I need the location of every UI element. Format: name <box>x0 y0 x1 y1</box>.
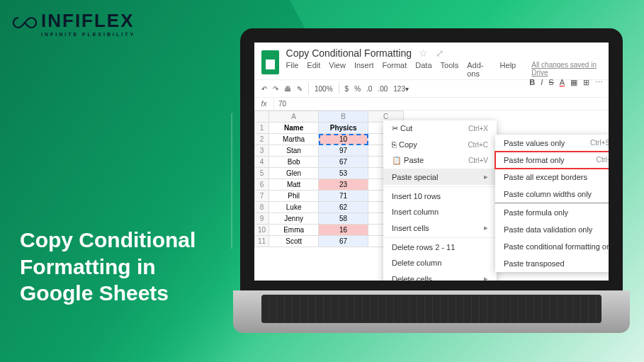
bold-button[interactable]: B <box>529 78 535 87</box>
corner-cell[interactable] <box>255 111 269 123</box>
ctx-paste-special[interactable]: Paste special▸ <box>383 169 497 185</box>
italic-button[interactable]: I <box>541 78 543 87</box>
sub-paste-conditional[interactable]: Paste conditional formatting only <box>495 238 609 255</box>
row-10[interactable]: 10 <box>255 225 269 236</box>
ctx-delete-cells[interactable]: Delete cells▸ <box>383 271 497 281</box>
menu-data[interactable]: Data <box>415 61 431 78</box>
header-name[interactable]: Name <box>269 123 319 134</box>
cell-phys[interactable]: 16 <box>319 225 368 236</box>
menu-tools[interactable]: Tools <box>441 61 459 78</box>
menu-file[interactable]: File <box>286 61 299 78</box>
sub-paste-transposed[interactable]: Paste transposed <box>495 255 609 272</box>
cell-name[interactable]: Matt <box>269 179 319 191</box>
currency-button[interactable]: $ <box>345 85 349 93</box>
cell-name[interactable]: Phil <box>269 191 319 202</box>
menu-format[interactable]: Format <box>382 61 407 78</box>
sub-paste-formula[interactable]: Paste formula only <box>495 204 609 221</box>
redo-icon[interactable]: ↷ <box>273 85 278 93</box>
drive-status[interactable]: All changes saved in Drive <box>531 61 601 78</box>
cell-name[interactable]: Jenny <box>269 213 319 225</box>
ctx-delete-rows[interactable]: Delete rows 2 - 11 <box>383 239 497 255</box>
cell-phys[interactable]: 10 <box>319 134 368 145</box>
page-headline: Copy Conditional Formatting in Google Sh… <box>20 227 196 307</box>
cell-phys[interactable]: 58 <box>319 213 368 225</box>
undo-icon[interactable]: ↶ <box>261 85 267 93</box>
menu-view[interactable]: View <box>329 61 346 78</box>
row-3[interactable]: 3 <box>255 145 269 157</box>
cell-name[interactable]: Stan <box>269 145 319 157</box>
percent-button[interactable]: % <box>354 85 361 93</box>
sub-paste-borders[interactable]: Paste all except borders <box>495 169 609 186</box>
sheets-icon[interactable] <box>261 50 279 74</box>
cell-name[interactable]: Scott <box>269 236 319 247</box>
cell-name[interactable]: Emma <box>269 225 319 236</box>
laptop-keyboard <box>233 290 630 333</box>
ctx-cut[interactable]: ✂ CutCtrl+X <box>383 120 497 137</box>
col-b[interactable]: B <box>319 111 368 123</box>
fill-color-button[interactable]: ▦ <box>570 78 577 87</box>
headline-line-2: Formatting in <box>20 254 196 281</box>
fx-value[interactable]: 70 <box>274 98 290 110</box>
title-bar: Copy Conditional Formatting ☆ ⤢ File Edi… <box>254 43 609 80</box>
context-menu: ✂ CutCtrl+X ⎘ CopyCtrl+C 📋 PasteCtrl+V P… <box>383 120 497 281</box>
ctx-copy[interactable]: ⎘ CopyCtrl+C <box>383 137 497 152</box>
menu-edit[interactable]: Edit <box>307 61 320 78</box>
row-1[interactable]: 1 <box>255 123 269 134</box>
header-physics[interactable]: Physics <box>319 123 368 134</box>
more-button[interactable]: ⋯ <box>595 78 603 87</box>
cell-phys[interactable]: 71 <box>319 191 368 202</box>
strike-button[interactable]: S <box>548 78 553 87</box>
headline-line-3: Google Sheets <box>20 280 196 307</box>
cell-phys[interactable]: 62 <box>319 202 368 213</box>
row-4[interactable]: 4 <box>255 157 269 168</box>
spreadsheet-grid[interactable]: A B C 1 Name Physics M 2Martha10 3Stan97… <box>254 111 404 247</box>
chevron-right-icon: ▸ <box>484 172 488 181</box>
dec-up-button[interactable]: .00 <box>378 85 388 93</box>
move-icon[interactable]: ⤢ <box>436 47 444 59</box>
ctx-insert-cells[interactable]: Insert cells▸ <box>383 220 497 236</box>
ctx-delete-column[interactable]: Delete column <box>383 255 497 271</box>
ctx-insert-column[interactable]: Insert column <box>383 204 497 220</box>
menu-addons[interactable]: Add-ons <box>467 61 491 78</box>
infinity-icon <box>13 16 37 32</box>
cell-name[interactable]: Luke <box>269 202 319 213</box>
print-icon[interactable]: 🖶 <box>284 85 291 93</box>
row-11[interactable]: 11 <box>255 236 269 247</box>
row-2[interactable]: 2 <box>255 134 269 145</box>
cell-phys[interactable]: 53 <box>319 168 368 179</box>
cell-name[interactable]: Glen <box>269 168 319 179</box>
sub-paste-format[interactable]: Paste format onlyCtrl+Alt+V <box>495 152 609 169</box>
cell-phys[interactable]: 97 <box>319 145 368 157</box>
document-title[interactable]: Copy Conditional Formatting <box>286 47 412 59</box>
row-6[interactable]: 6 <box>255 179 269 191</box>
laptop-mockup: Copy Conditional Formatting ☆ ⤢ File Edi… <box>233 28 630 340</box>
row-7[interactable]: 7 <box>255 191 269 202</box>
cell-phys[interactable]: 67 <box>319 236 368 247</box>
brand-tagline: INFINITE FLEXIBILITY <box>41 32 135 37</box>
row-5[interactable]: 5 <box>255 168 269 179</box>
menu-insert[interactable]: Insert <box>354 61 374 78</box>
cell-name[interactable]: Bob <box>269 157 319 168</box>
ctx-insert-rows[interactable]: Insert 10 rows <box>383 188 497 204</box>
sub-paste-data-validation[interactable]: Paste data validation only <box>495 221 609 238</box>
brand-name: INFIFLEX <box>41 10 135 31</box>
borders-button[interactable]: ⊞ <box>583 78 589 87</box>
format-more-button[interactable]: 123▾ <box>393 85 409 93</box>
cell-phys[interactable]: 23 <box>319 179 368 191</box>
sub-paste-widths[interactable]: Paste column widths only <box>495 186 609 203</box>
zoom-select[interactable]: 100% <box>315 85 333 93</box>
row-8[interactable]: 8 <box>255 202 269 213</box>
cell-phys[interactable]: 67 <box>319 157 368 168</box>
brand-logo: INFIFLEX INFINITE FLEXIBILITY <box>13 10 135 37</box>
cell-name[interactable]: Martha <box>269 134 319 145</box>
paint-icon[interactable]: ✎ <box>297 85 303 93</box>
sub-paste-values[interactable]: Paste values onlyCtrl+Shift+V <box>495 135 609 152</box>
col-a[interactable]: A <box>269 111 319 123</box>
chevron-right-icon: ▸ <box>484 274 488 281</box>
row-9[interactable]: 9 <box>255 213 269 225</box>
ctx-paste[interactable]: 📋 PasteCtrl+V <box>383 152 497 169</box>
dec-down-button[interactable]: .0 <box>366 85 372 93</box>
menu-help[interactable]: Help <box>500 61 516 78</box>
star-icon[interactable]: ☆ <box>419 47 428 59</box>
text-color-button[interactable]: A <box>560 78 565 87</box>
